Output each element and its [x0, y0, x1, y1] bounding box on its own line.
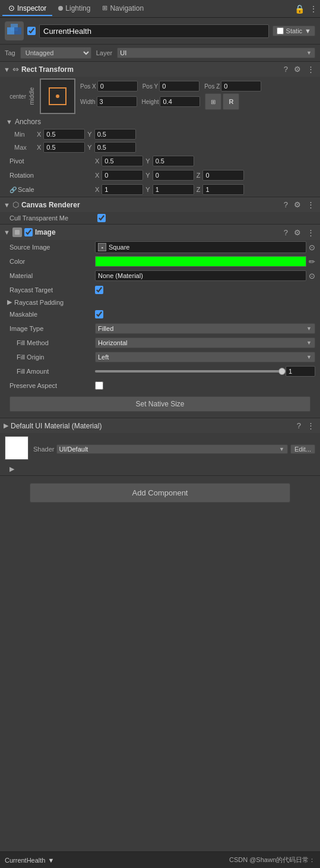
pos-y-input[interactable] [159, 81, 199, 91]
set-native-size-button[interactable]: Set Native Size [9, 396, 311, 412]
material-help-icon[interactable]: ? [295, 421, 303, 430]
anchors-caret-icon: ▼ [6, 118, 12, 125]
fill-method-select[interactable]: Horizontal Vertical Radial 90 Radial 180… [95, 337, 315, 348]
pos-z-label: Pos Z [204, 83, 220, 90]
pivot-y-input[interactable] [153, 156, 194, 166]
rect-transform-header[interactable]: ▼ ⇔ Rect Transform ? ⚙ ⋮ [0, 62, 320, 77]
image-type-label: Image Type [9, 325, 93, 332]
raycast-target-checkbox[interactable] [95, 286, 103, 294]
material-edit-button[interactable]: Edit... [290, 444, 315, 454]
material-swatch [5, 436, 28, 460]
tab-navigation-label: Navigation [110, 4, 144, 12]
shader-label: Shader [33, 446, 54, 453]
rect-constrain-button[interactable]: ⊞ [205, 93, 221, 110]
image-type-select[interactable]: Filled Simple Sliced Tiled [95, 323, 315, 334]
scale-z-input[interactable] [202, 184, 244, 195]
image-component-header[interactable]: ▼ Image ? ⚙ ⋮ [0, 225, 320, 240]
raycast-padding-row: ▶ Raycast Padding [0, 297, 320, 307]
canvas-renderer-title: Canvas Renderer [21, 201, 280, 209]
cull-transparent-checkbox[interactable] [97, 214, 106, 222]
layer-label: Layer [96, 49, 113, 56]
rotation-y-input[interactable] [153, 170, 194, 181]
gameobject-header: Static ▼ [0, 18, 320, 45]
rect-transform-more-icon[interactable]: ⋮ [305, 65, 316, 74]
anchors-max-y-input[interactable] [94, 142, 136, 153]
anchors-min-y-input[interactable] [94, 129, 136, 140]
anchors-max-x-input[interactable] [43, 142, 85, 153]
rect-transform-settings-icon[interactable]: ⚙ [292, 65, 303, 74]
maskable-checkbox[interactable] [95, 310, 103, 318]
bottom-project[interactable]: CurrentHealth ▼ [5, 857, 54, 864]
rotation-x-label: X [95, 172, 99, 179]
tag-layer-row: Tag Untagged Layer UI [0, 45, 320, 62]
static-button[interactable]: Static ▼ [273, 26, 315, 36]
canvas-renderer-header[interactable]: ▼ ⬡ Canvas Renderer ? ⚙ ⋮ [0, 197, 320, 212]
preserve-aspect-checkbox[interactable] [95, 381, 103, 390]
color-eyedropper-icon[interactable]: ✏ [309, 257, 315, 266]
color-row: Color ✏ [0, 254, 320, 269]
canvas-renderer-more-icon[interactable]: ⋮ [305, 200, 316, 209]
source-image-target-button[interactable]: ⊙ [309, 243, 315, 252]
material-row: Material None (Material) ⊙ [0, 269, 320, 283]
rect-transform-help-icon[interactable]: ? [282, 65, 290, 74]
fill-method-row: Fill Method Horizontal Vertical Radial 9… [0, 336, 320, 350]
image-help-icon[interactable]: ? [282, 228, 290, 237]
scale-y-label: Y [145, 186, 150, 193]
image-settings-icon[interactable]: ⚙ [292, 228, 303, 237]
tab-inspector-label: Inspector [17, 4, 46, 12]
material-more-icon[interactable]: ⋮ [305, 421, 316, 430]
material-target-button[interactable]: ⊙ [309, 272, 315, 280]
tab-navigation[interactable]: ⊞ Navigation [96, 2, 150, 16]
rotation-row: Rotation X Y Z [0, 168, 320, 182]
fill-origin-select[interactable]: Left Right Bottom Top [95, 352, 315, 362]
svg-rect-2 [14, 27, 21, 34]
rotation-x-input[interactable] [102, 170, 143, 181]
rect-reset-button[interactable]: R [223, 93, 239, 110]
scale-x-input[interactable] [102, 184, 143, 195]
canvas-renderer-help-icon[interactable]: ? [282, 200, 290, 209]
fill-amount-slider-track[interactable] [95, 370, 282, 373]
scale-lock-icon: 🔗 [9, 187, 17, 193]
scale-y-input[interactable] [153, 184, 194, 195]
canvas-renderer-settings-icon[interactable]: ⚙ [292, 200, 303, 209]
tab-inspector[interactable]: ⊙ Inspector [2, 1, 52, 16]
set-native-size-section: Set Native Size [0, 393, 320, 418]
image-more-icon[interactable]: ⋮ [305, 228, 316, 237]
source-image-row: Source Image ▪ Square ⊙ [0, 240, 320, 254]
maskable-label: Maskable [9, 311, 93, 318]
color-swatch[interactable] [95, 256, 306, 267]
pos-x-label: Pos X [80, 83, 96, 90]
image-caret: ▼ [4, 229, 10, 236]
gameobject-name-input[interactable] [39, 24, 269, 38]
pivot-x-input[interactable] [102, 156, 143, 166]
static-label: Static [286, 27, 303, 34]
anchors-min-x-input[interactable] [43, 129, 85, 140]
image-enable-checkbox[interactable] [24, 228, 33, 236]
material-details-row: Shader UI/Default Edit... [0, 433, 320, 463]
layer-select[interactable]: UI [117, 48, 315, 58]
more-menu-icon[interactable]: ⋮ [309, 4, 318, 14]
material-prop-label: Material [9, 272, 93, 279]
material-expand-arrow[interactable]: ▶ [9, 465, 14, 473]
material-caret: ▶ [4, 422, 8, 430]
tag-select[interactable]: Untagged [20, 47, 91, 59]
fill-amount-input[interactable] [286, 366, 315, 377]
pos-z-input[interactable] [221, 81, 261, 91]
rotation-label: Rotation [9, 172, 93, 179]
lock-icon[interactable]: 🔒 [294, 4, 305, 14]
pos-x-input[interactable] [97, 81, 138, 91]
gameobject-enable-checkbox[interactable] [27, 27, 36, 35]
static-checkbox[interactable] [277, 27, 284, 34]
shader-select[interactable]: UI/Default [56, 444, 287, 454]
color-label: Color [9, 258, 93, 265]
height-input[interactable] [160, 96, 200, 107]
material-component-header[interactable]: ▶ Default UI Material (Material) ? ⋮ [0, 418, 320, 433]
canvas-renderer-component: ▼ ⬡ Canvas Renderer ? ⚙ ⋮ Cull Transpare… [0, 197, 320, 225]
width-input[interactable] [97, 96, 137, 107]
static-dropdown-icon[interactable]: ▼ [305, 27, 311, 34]
add-component-button[interactable]: Add Component [30, 483, 290, 503]
anchors-header[interactable]: ▼ Anchors [0, 116, 320, 128]
rotation-z-input[interactable] [202, 170, 244, 181]
tab-lighting[interactable]: Lighting [52, 2, 96, 16]
fill-origin-row: Fill Origin Left Right Bottom Top [0, 350, 320, 364]
